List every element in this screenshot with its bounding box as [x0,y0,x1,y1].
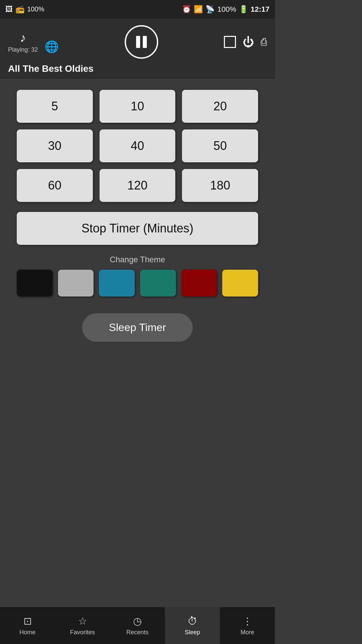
nav-label-sleep: Sleep [185,629,200,636]
player-left-icons: ♪ Playing: 32 🌐 [8,31,59,53]
status-bar: 🖼 📻 100% ⏰ 📶 📡 100% 🔋 12:17 [0,0,275,18]
timer-btn-5[interactable]: 5 [17,90,93,123]
timer-btn-20[interactable]: 20 [182,90,258,123]
clock: 12:17 [251,5,269,14]
nav-item-more[interactable]: ⋮ More [220,607,275,644]
theme-section: Change Theme [17,255,258,297]
home-icon: ⊡ [23,615,32,627]
status-count: 100% [27,5,44,13]
sleep-timer-pill-button[interactable]: Sleep Timer [82,313,193,342]
timer-btn-10[interactable]: 10 [100,90,176,123]
nav-label-recents: Recents [126,629,148,636]
nav-item-recents[interactable]: ◷ Recents [110,607,165,644]
photo-icon: 🖼 [5,5,13,14]
pause-icon [136,36,147,48]
nav-item-home[interactable]: ⊡ Home [0,607,55,644]
station-name: All The Best Oldies [8,63,267,74]
alarm-icon: ⏰ [182,5,191,14]
favorites-icon: ☆ [78,615,87,627]
more-icon: ⋮ [242,615,252,627]
timer-btn-60[interactable]: 60 [17,169,93,202]
theme-swatch-yellow[interactable] [222,270,258,297]
stop-timer-button[interactable]: Stop Timer (Minutes) [17,212,258,245]
theme-swatch-gray[interactable] [58,270,94,297]
sleep-icon: ⏱ [187,615,197,627]
radio-icon: 📻 [15,5,24,14]
timer-btn-50[interactable]: 50 [182,129,258,162]
share-icon[interactable]: ⎙ [261,36,267,48]
playing-label: Playing: 32 [8,46,38,53]
theme-color-row [17,270,258,297]
theme-swatch-black[interactable] [17,270,53,297]
status-left: 🖼 📻 100% [5,5,44,14]
timer-btn-30[interactable]: 30 [17,129,93,162]
nav-item-favorites[interactable]: ☆ Favorites [55,607,110,644]
wifi-icon: 📶 [194,5,203,14]
bottom-nav: ⊡ Home ☆ Favorites ◷ Recents ⏱ Sleep ⋮ M… [0,607,275,644]
power-icon[interactable]: ⏻ [243,36,254,49]
stop-icon[interactable] [224,36,236,48]
pause-button[interactable] [125,25,158,59]
battery-level: 100% [217,5,236,14]
nav-label-more: More [240,629,254,636]
theme-label: Change Theme [17,255,258,264]
timer-btn-40[interactable]: 40 [100,129,176,162]
nav-label-home: Home [19,629,36,636]
battery-icon: 🔋 [239,5,248,14]
status-right: ⏰ 📶 📡 100% 🔋 12:17 [182,5,269,14]
player-header: ♪ Playing: 32 🌐 ⏻ ⎙ All The Best Oldies [0,18,275,79]
theme-swatch-teal[interactable] [140,270,176,297]
timer-grid: 5 10 20 30 40 50 60 120 180 [17,90,258,202]
timer-btn-120[interactable]: 120 [100,169,176,202]
timer-section: 5 10 20 30 40 50 60 120 180 Stop Timer (… [0,80,275,607]
theme-swatch-red[interactable] [181,270,217,297]
nav-label-favorites: Favorites [70,629,95,636]
globe-icon[interactable]: 🌐 [45,40,59,53]
player-right-icons: ⏻ ⎙ [224,36,267,49]
music-note-icon[interactable]: ♪ [20,31,26,45]
nav-item-sleep[interactable]: ⏱ Sleep [165,607,220,644]
theme-swatch-blue[interactable] [99,270,135,297]
recents-icon: ◷ [133,615,142,627]
signal-icon: 📡 [205,5,215,14]
timer-btn-180[interactable]: 180 [182,169,258,202]
